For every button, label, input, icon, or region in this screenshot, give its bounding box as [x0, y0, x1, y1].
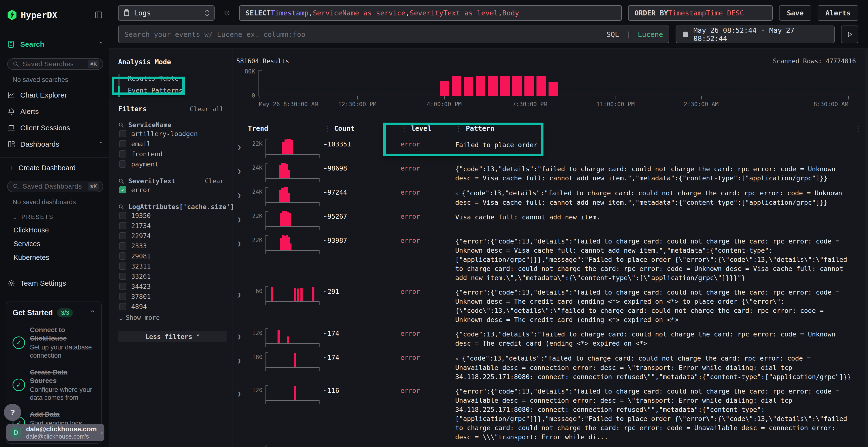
histogram-bar[interactable] [536, 76, 546, 96]
chevron-up-icon[interactable]: ⌃ [98, 41, 103, 48]
filter-checkbox-item[interactable]: 4894 [119, 302, 227, 312]
table-row[interactable]: ❯22K~93987error{"error":{"code":13,"deta… [236, 233, 865, 282]
checkbox-unchecked[interactable] [119, 252, 126, 260]
table-row[interactable]: ❯60~291error{"error":{"code":13,"details… [236, 284, 865, 324]
histogram-bar[interactable] [524, 76, 534, 96]
filter-checkbox-item[interactable]: 19350 [119, 210, 227, 220]
sidebar-item-search[interactable]: Search ⌃ [7, 38, 103, 50]
checkbox-unchecked[interactable] [119, 263, 126, 270]
row-expand-chevron-icon[interactable]: ❯ [236, 350, 248, 365]
filter-checkbox-item[interactable]: 22974 [119, 231, 227, 241]
filter-checkbox-item[interactable]: 32311 [119, 261, 227, 271]
sql-mode-toggle[interactable]: SQL [607, 30, 619, 38]
drag-handle-icon[interactable]: ⋮ [455, 124, 462, 133]
search-input[interactable]: Search your events w/ Lucene ex. column:… [118, 26, 669, 43]
mode-event-patterns[interactable]: Event Patterns [122, 84, 227, 96]
table-row[interactable]: ❯180~174error×{"code":13,"details":"fail… [236, 350, 865, 381]
create-dashboard-button[interactable]: + Create Dashboard [7, 164, 103, 172]
sidebar-item-dashboards[interactable]: Dashboards ⌃ [7, 138, 103, 150]
alerts-button[interactable]: Alerts [817, 5, 858, 21]
run-search-button[interactable] [841, 26, 858, 43]
row-expand-chevron-icon[interactable]: ❯ [236, 137, 248, 151]
table-row[interactable]: ❯120~174error{"code":13,"details":"faile… [236, 326, 865, 348]
checkbox-unchecked[interactable] [119, 303, 126, 310]
filter-checkbox-item[interactable]: 29081 [119, 251, 227, 261]
source-select[interactable]: Logs [118, 5, 215, 21]
histogram-bar[interactable] [476, 76, 486, 96]
mode-results-table[interactable]: Results Table [122, 72, 227, 84]
sidebar-item-chart-explorer[interactable]: Chart Explorer [7, 89, 103, 101]
row-expand-chevron-icon[interactable]: ❯ [236, 185, 248, 199]
checkbox-unchecked[interactable] [119, 150, 126, 158]
row-expand-chevron-icon[interactable]: ❯ [236, 284, 248, 299]
clear-all-link[interactable]: Clear all [190, 105, 227, 113]
sidebar-collapse-icon[interactable] [94, 10, 103, 20]
column-header-pattern[interactable]: ⋮Pattern [455, 124, 865, 133]
row-expand-chevron-icon[interactable]: ❯ [236, 326, 248, 341]
column-header-trend[interactable]: Trend [248, 125, 323, 133]
table-menu-icon[interactable]: ⋮ [855, 124, 862, 133]
filter-checkbox-item[interactable]: frontend [119, 149, 227, 159]
filter-clear-link[interactable]: Clear [205, 177, 227, 185]
checkbox-checked[interactable]: ✓ [119, 186, 126, 194]
results-histogram[interactable]: 80K 0 May 26 8:30:00 AM12:30:00 PM4:00:0… [236, 70, 865, 111]
preset-services[interactable]: Services [13, 240, 103, 248]
saved-dashboards-input[interactable]: Saved Dashboards ⌘K [7, 181, 103, 192]
show-more-link[interactable]: ⌄Show more [119, 314, 227, 321]
checkbox-unchecked[interactable] [119, 212, 126, 219]
row-expand-chevron-icon[interactable]: ❯ [236, 209, 248, 224]
checkbox-unchecked[interactable] [119, 283, 126, 290]
chevron-up-icon[interactable]: ⌃ [98, 141, 103, 148]
checkbox-unchecked[interactable] [119, 222, 126, 229]
table-row[interactable]: ❯120~116error{"error":{"code":13,"detail… [236, 383, 865, 442]
checkbox-unchecked[interactable] [119, 242, 126, 249]
drag-handle-icon[interactable]: ⋮ [323, 124, 331, 133]
histogram-bar[interactable] [488, 76, 498, 96]
get-started-item[interactable]: ✓Connect to ClickHouseSet up your databa… [12, 325, 95, 360]
filter-checkbox-item[interactable]: ✓error [119, 185, 227, 195]
histogram-bar[interactable] [452, 76, 462, 96]
table-row[interactable]: ❯22K~103351errorFailed to place order [236, 137, 865, 159]
row-expand-chevron-icon[interactable]: ❯ [236, 161, 248, 175]
preset-kubernetes[interactable]: Kubernetes [13, 253, 103, 262]
row-expand-chevron-icon[interactable]: ❯ [236, 383, 248, 398]
column-header-count[interactable]: ⋮Count [323, 124, 401, 133]
help-button[interactable]: ? [4, 404, 21, 421]
histogram-bar[interactable] [440, 81, 450, 96]
select-clause-input[interactable]: SELECT Timestamp, ServiceName as service… [239, 5, 622, 21]
column-header-level[interactable]: ⋮level [401, 124, 455, 133]
histogram-bar[interactable] [500, 76, 510, 96]
user-menu[interactable]: D dale@clickhouse.com dale@clickhouse.co… [6, 424, 104, 441]
filter-checkbox-item[interactable]: 2333 [119, 241, 227, 251]
preset-clickhouse[interactable]: ClickHouse [13, 226, 103, 234]
histogram-bar[interactable] [513, 76, 522, 96]
lucene-mode-toggle[interactable]: Lucene [638, 30, 663, 38]
presets-toggle[interactable]: ⌄ PRESETS [12, 214, 103, 220]
filter-checkbox-item[interactable]: 34423 [119, 281, 227, 291]
histogram-bar[interactable] [464, 77, 473, 96]
checkbox-unchecked[interactable] [119, 161, 126, 168]
filter-checkbox-item[interactable]: 21734 [119, 220, 227, 231]
checkbox-unchecked[interactable] [119, 293, 126, 300]
checkbox-unchecked[interactable] [119, 130, 126, 137]
chevron-up-icon[interactable]: ⌃ [90, 309, 95, 316]
checkbox-unchecked[interactable] [119, 140, 126, 147]
table-row[interactable]: ❯60~116error×{"code":13,"details":"faile… [236, 444, 865, 447]
filter-checkbox-item[interactable]: 37801 [119, 291, 227, 302]
filter-checkbox-item[interactable]: payment [119, 159, 227, 169]
saved-searches-input[interactable]: Saved Searches ⌘K [7, 58, 103, 70]
scrollbar[interactable] [865, 49, 868, 447]
filter-checkbox-item[interactable]: 33261 [119, 271, 227, 281]
date-range-picker[interactable]: May 26 08:52:44 - May 27 08:52:44 [676, 26, 835, 43]
get-started-item[interactable]: ✓Create Data SourcesConfigure where your… [12, 368, 95, 402]
checkbox-unchecked[interactable] [119, 273, 126, 280]
checkbox-unchecked[interactable] [119, 232, 126, 239]
drag-handle-icon[interactable]: ⋮ [401, 124, 408, 133]
save-button[interactable]: Save [779, 5, 811, 21]
table-row[interactable]: ❯24K~97244error×{"code":13,"details":"fa… [236, 185, 865, 207]
histogram-bar[interactable] [549, 82, 558, 96]
row-expand-chevron-icon[interactable]: ❯ [236, 444, 248, 447]
source-settings-gear-icon[interactable] [221, 5, 233, 21]
filter-checkbox-item[interactable]: email [119, 139, 227, 149]
table-row[interactable]: ❯22K~95267errorVisa cache full: cannot a… [236, 209, 865, 232]
